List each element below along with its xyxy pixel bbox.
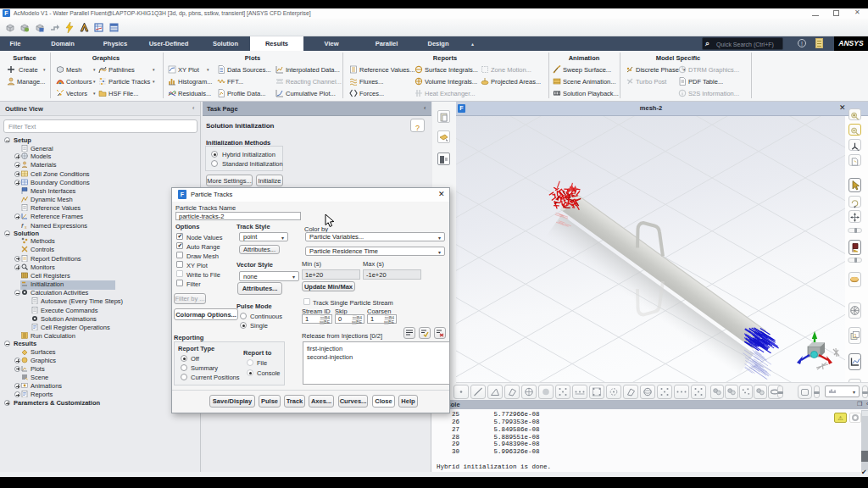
svg-text:x: x bbox=[25, 224, 27, 229]
svg-text:f: f bbox=[21, 222, 24, 229]
